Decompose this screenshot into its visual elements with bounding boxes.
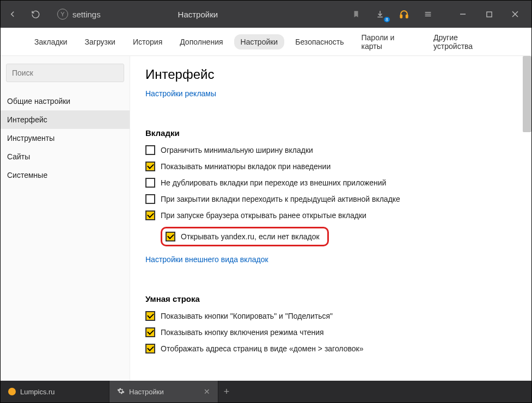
menu-icon[interactable] bbox=[421, 8, 435, 21]
opt-domain-title[interactable]: Отображать адреса страниц в виде «домен … bbox=[145, 344, 516, 354]
nav-history[interactable]: История bbox=[126, 34, 169, 49]
opt-restore-tabs[interactable]: При запуске браузера открывать ранее отк… bbox=[145, 210, 516, 220]
checkbox[interactable] bbox=[145, 162, 155, 171]
opt-thumbnails[interactable]: Показывать миниатюры вкладок при наведен… bbox=[145, 162, 516, 171]
checkbox[interactable] bbox=[145, 344, 155, 354]
top-navigation: Закладки Загрузки История Дополнения Нас… bbox=[1, 28, 531, 56]
tab-appearance-link[interactable]: Настройки внешнего вида вкладок bbox=[145, 255, 268, 264]
tab-bar: Lumpics.ru Настройки ✕ + bbox=[1, 381, 531, 402]
checkbox[interactable] bbox=[145, 327, 155, 337]
nav-security[interactable]: Безопасность bbox=[289, 34, 350, 49]
minimize-button[interactable] bbox=[456, 8, 469, 21]
checkbox[interactable] bbox=[145, 311, 155, 321]
nav-settings[interactable]: Настройки bbox=[234, 34, 285, 49]
opt-copy-share[interactable]: Показывать кнопки "Копировать" и "Подели… bbox=[145, 311, 516, 321]
side-sites[interactable]: Сайты bbox=[1, 147, 130, 166]
checkbox[interactable] bbox=[145, 210, 155, 220]
nav-addons[interactable]: Дополнения bbox=[173, 34, 229, 49]
downloads-icon[interactable]: 8 bbox=[374, 8, 387, 21]
gear-icon bbox=[117, 387, 125, 396]
section-smartline-title: Умная строка bbox=[145, 294, 516, 303]
downloads-badge: 8 bbox=[384, 17, 390, 22]
ads-settings-link[interactable]: Настройки рекламы bbox=[145, 89, 216, 98]
content-area: Интерфейс Настройки рекламы Вкладки Огра… bbox=[130, 56, 531, 381]
checkbox[interactable] bbox=[145, 178, 155, 188]
side-tools[interactable]: Инструменты bbox=[1, 129, 130, 147]
search-input[interactable] bbox=[6, 64, 124, 82]
side-general[interactable]: Общие настройки bbox=[1, 92, 130, 110]
page-heading: Интерфейс bbox=[145, 67, 516, 82]
favicon-icon bbox=[8, 388, 16, 395]
close-tab-button[interactable]: ✕ bbox=[204, 387, 210, 396]
checkbox[interactable] bbox=[166, 232, 175, 241]
nav-passwords[interactable]: Пароли и карты bbox=[355, 30, 423, 54]
svg-rect-1 bbox=[400, 15, 402, 18]
svg-rect-7 bbox=[486, 11, 491, 16]
back-button[interactable] bbox=[6, 8, 19, 21]
nav-devices[interactable]: Другие устройства bbox=[427, 30, 504, 54]
checkbox[interactable] bbox=[145, 194, 155, 204]
headphones-icon[interactable] bbox=[398, 8, 411, 21]
opt-prev-active[interactable]: При закрытии вкладки переходить к предыд… bbox=[145, 194, 516, 204]
side-system[interactable]: Системные bbox=[1, 166, 130, 184]
sidebar: Общие настройки Интерфейс Инструменты Са… bbox=[1, 56, 130, 381]
close-window-button[interactable] bbox=[509, 8, 522, 21]
section-tabs-title: Вкладки bbox=[145, 128, 516, 138]
opt-min-width[interactable]: Ограничить минимальную ширину вкладки bbox=[145, 145, 516, 155]
svg-rect-2 bbox=[406, 15, 408, 18]
nav-downloads[interactable]: Загрузки bbox=[78, 34, 122, 49]
new-tab-button[interactable]: + bbox=[218, 386, 235, 398]
opt-reader-mode[interactable]: Показывать кнопку включения режима чтени… bbox=[145, 327, 516, 337]
opt-no-duplicate[interactable]: Не дублировать вкладки при переходе из в… bbox=[145, 178, 516, 188]
reload-button[interactable] bbox=[29, 8, 42, 21]
window-title: Настройки bbox=[46, 10, 350, 19]
checkbox[interactable] bbox=[145, 145, 155, 155]
highlight-annotation: Открывать yandex.ru, если нет вкладок bbox=[161, 227, 329, 246]
nav-bookmarks[interactable]: Закладки bbox=[28, 34, 74, 49]
tab-settings[interactable]: Настройки ✕ bbox=[109, 381, 218, 402]
scrollbar[interactable] bbox=[523, 56, 531, 132]
opt-open-yandex[interactable]: Открывать yandex.ru, если нет вкладок bbox=[161, 227, 516, 246]
titlebar: Y settings Настройки 8 bbox=[1, 1, 531, 28]
tab-lumpics[interactable]: Lumpics.ru bbox=[1, 381, 109, 402]
bookmark-icon[interactable] bbox=[350, 8, 363, 21]
maximize-button[interactable] bbox=[482, 8, 496, 21]
side-interface[interactable]: Интерфейс bbox=[1, 110, 130, 129]
